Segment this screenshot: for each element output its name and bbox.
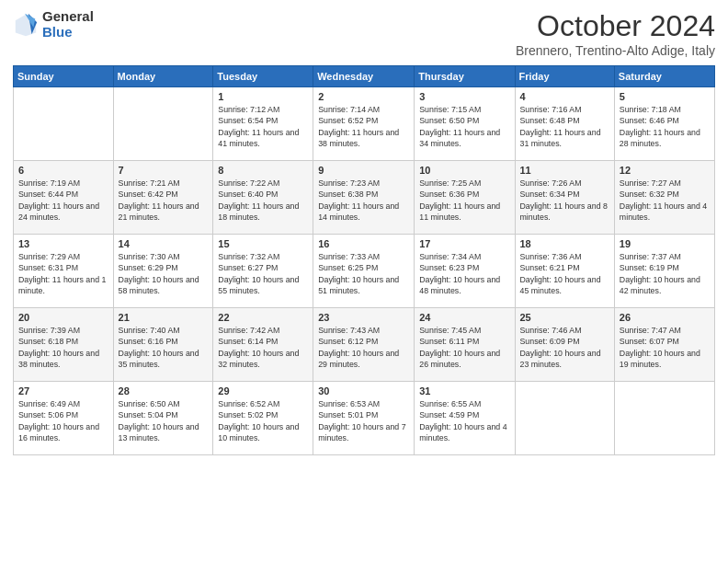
day-number: 21 <box>119 312 209 323</box>
day-number: 12 <box>620 165 710 176</box>
day-info: Sunrise: 7:40 AM Sunset: 6:16 PM Dayligh… <box>119 325 209 370</box>
day-number: 1 <box>218 91 308 102</box>
calendar-header-row: Sunday Monday Tuesday Wednesday Thursday… <box>14 66 715 87</box>
day-info: Sunrise: 7:14 AM Sunset: 6:52 PM Dayligh… <box>318 104 409 149</box>
day-info: Sunrise: 7:21 AM Sunset: 6:42 PM Dayligh… <box>119 178 209 223</box>
col-wednesday: Wednesday <box>313 66 415 87</box>
day-number: 25 <box>520 312 609 323</box>
logo-general-label: General <box>42 9 94 25</box>
day-number: 3 <box>419 91 509 102</box>
col-monday: Monday <box>113 66 213 87</box>
day-info: Sunrise: 7:16 AM Sunset: 6:48 PM Dayligh… <box>520 104 609 149</box>
calendar-week-row: 1Sunrise: 7:12 AM Sunset: 6:54 PM Daylig… <box>14 87 715 161</box>
day-number: 31 <box>419 385 509 396</box>
day-info: Sunrise: 7:32 AM Sunset: 6:27 PM Dayligh… <box>218 251 308 296</box>
table-row: 29Sunrise: 6:52 AM Sunset: 5:02 PM Dayli… <box>213 382 313 455</box>
day-number: 19 <box>620 238 710 249</box>
table-row <box>614 382 714 455</box>
table-row: 31Sunrise: 6:55 AM Sunset: 4:59 PM Dayli… <box>415 382 515 455</box>
day-number: 24 <box>419 312 509 323</box>
calendar-table: Sunday Monday Tuesday Wednesday Thursday… <box>13 65 715 455</box>
table-row: 23Sunrise: 7:43 AM Sunset: 6:12 PM Dayli… <box>313 308 415 382</box>
day-number: 8 <box>218 165 308 176</box>
table-row: 15Sunrise: 7:32 AM Sunset: 6:27 PM Dayli… <box>213 235 313 308</box>
table-row <box>113 87 213 161</box>
table-row: 6Sunrise: 7:19 AM Sunset: 6:44 PM Daylig… <box>14 161 114 235</box>
title-block: October 2024 Brennero, Trentino-Alto Adi… <box>516 9 715 58</box>
day-number: 2 <box>318 91 409 102</box>
table-row: 20Sunrise: 7:39 AM Sunset: 6:18 PM Dayli… <box>14 308 114 382</box>
table-row: 8Sunrise: 7:22 AM Sunset: 6:40 PM Daylig… <box>213 161 313 235</box>
calendar-week-row: 27Sunrise: 6:49 AM Sunset: 5:06 PM Dayli… <box>14 382 715 455</box>
day-info: Sunrise: 7:30 AM Sunset: 6:29 PM Dayligh… <box>119 251 209 296</box>
day-info: Sunrise: 7:15 AM Sunset: 6:50 PM Dayligh… <box>419 104 509 149</box>
day-info: Sunrise: 7:33 AM Sunset: 6:25 PM Dayligh… <box>318 251 409 296</box>
logo-icon <box>13 12 39 38</box>
table-row: 1Sunrise: 7:12 AM Sunset: 6:54 PM Daylig… <box>213 87 313 161</box>
table-row: 25Sunrise: 7:46 AM Sunset: 6:09 PM Dayli… <box>515 308 614 382</box>
day-number: 23 <box>318 312 409 323</box>
calendar-week-row: 6Sunrise: 7:19 AM Sunset: 6:44 PM Daylig… <box>14 161 715 235</box>
month-title: October 2024 <box>516 9 715 43</box>
col-thursday: Thursday <box>415 66 515 87</box>
day-info: Sunrise: 7:18 AM Sunset: 6:46 PM Dayligh… <box>620 104 710 149</box>
day-info: Sunrise: 6:53 AM Sunset: 5:01 PM Dayligh… <box>318 398 409 443</box>
day-number: 20 <box>18 312 108 323</box>
day-info: Sunrise: 7:26 AM Sunset: 6:34 PM Dayligh… <box>520 178 609 223</box>
calendar-week-row: 13Sunrise: 7:29 AM Sunset: 6:31 PM Dayli… <box>14 235 715 308</box>
location-subtitle: Brennero, Trentino-Alto Adige, Italy <box>516 43 715 58</box>
table-row: 19Sunrise: 7:37 AM Sunset: 6:19 PM Dayli… <box>614 235 714 308</box>
table-row: 12Sunrise: 7:27 AM Sunset: 6:32 PM Dayli… <box>614 161 714 235</box>
table-row: 9Sunrise: 7:23 AM Sunset: 6:38 PM Daylig… <box>313 161 415 235</box>
day-info: Sunrise: 7:23 AM Sunset: 6:38 PM Dayligh… <box>318 178 409 223</box>
table-row <box>14 87 114 161</box>
day-number: 28 <box>119 385 209 396</box>
table-row: 28Sunrise: 6:50 AM Sunset: 5:04 PM Dayli… <box>113 382 213 455</box>
table-row: 11Sunrise: 7:26 AM Sunset: 6:34 PM Dayli… <box>515 161 614 235</box>
header: General Blue October 2024 Brennero, Tren… <box>13 9 715 58</box>
table-row <box>515 382 614 455</box>
day-number: 7 <box>119 165 209 176</box>
day-info: Sunrise: 6:52 AM Sunset: 5:02 PM Dayligh… <box>218 398 308 443</box>
day-info: Sunrise: 7:29 AM Sunset: 6:31 PM Dayligh… <box>18 251 108 296</box>
day-info: Sunrise: 7:47 AM Sunset: 6:07 PM Dayligh… <box>620 325 710 370</box>
table-row: 18Sunrise: 7:36 AM Sunset: 6:21 PM Dayli… <box>515 235 614 308</box>
day-number: 6 <box>18 165 108 176</box>
day-number: 17 <box>419 238 509 249</box>
table-row: 10Sunrise: 7:25 AM Sunset: 6:36 PM Dayli… <box>415 161 515 235</box>
day-info: Sunrise: 6:50 AM Sunset: 5:04 PM Dayligh… <box>119 398 209 443</box>
col-sunday: Sunday <box>14 66 114 87</box>
day-number: 15 <box>218 238 308 249</box>
day-number: 13 <box>18 238 108 249</box>
day-number: 5 <box>620 91 710 102</box>
day-number: 30 <box>318 385 409 396</box>
day-info: Sunrise: 7:46 AM Sunset: 6:09 PM Dayligh… <box>520 325 609 370</box>
table-row: 27Sunrise: 6:49 AM Sunset: 5:06 PM Dayli… <box>14 382 114 455</box>
day-info: Sunrise: 7:27 AM Sunset: 6:32 PM Dayligh… <box>620 178 710 223</box>
col-tuesday: Tuesday <box>213 66 313 87</box>
day-info: Sunrise: 7:36 AM Sunset: 6:21 PM Dayligh… <box>520 251 609 296</box>
day-number: 11 <box>520 165 609 176</box>
day-info: Sunrise: 7:45 AM Sunset: 6:11 PM Dayligh… <box>419 325 509 370</box>
table-row: 22Sunrise: 7:42 AM Sunset: 6:14 PM Dayli… <box>213 308 313 382</box>
day-number: 22 <box>218 312 308 323</box>
day-info: Sunrise: 7:37 AM Sunset: 6:19 PM Dayligh… <box>620 251 710 296</box>
day-info: Sunrise: 6:49 AM Sunset: 5:06 PM Dayligh… <box>18 398 108 443</box>
table-row: 2Sunrise: 7:14 AM Sunset: 6:52 PM Daylig… <box>313 87 415 161</box>
table-row: 5Sunrise: 7:18 AM Sunset: 6:46 PM Daylig… <box>614 87 714 161</box>
day-info: Sunrise: 7:34 AM Sunset: 6:23 PM Dayligh… <box>419 251 509 296</box>
day-number: 27 <box>18 385 108 396</box>
day-number: 26 <box>620 312 710 323</box>
col-saturday: Saturday <box>614 66 714 87</box>
day-info: Sunrise: 6:55 AM Sunset: 4:59 PM Dayligh… <box>419 398 509 443</box>
day-number: 29 <box>218 385 308 396</box>
day-number: 16 <box>318 238 409 249</box>
day-info: Sunrise: 7:43 AM Sunset: 6:12 PM Dayligh… <box>318 325 409 370</box>
day-info: Sunrise: 7:22 AM Sunset: 6:40 PM Dayligh… <box>218 178 308 223</box>
col-friday: Friday <box>515 66 614 87</box>
logo-text: General Blue <box>42 9 94 40</box>
table-row: 21Sunrise: 7:40 AM Sunset: 6:16 PM Dayli… <box>113 308 213 382</box>
table-row: 7Sunrise: 7:21 AM Sunset: 6:42 PM Daylig… <box>113 161 213 235</box>
day-info: Sunrise: 7:42 AM Sunset: 6:14 PM Dayligh… <box>218 325 308 370</box>
table-row: 26Sunrise: 7:47 AM Sunset: 6:07 PM Dayli… <box>614 308 714 382</box>
